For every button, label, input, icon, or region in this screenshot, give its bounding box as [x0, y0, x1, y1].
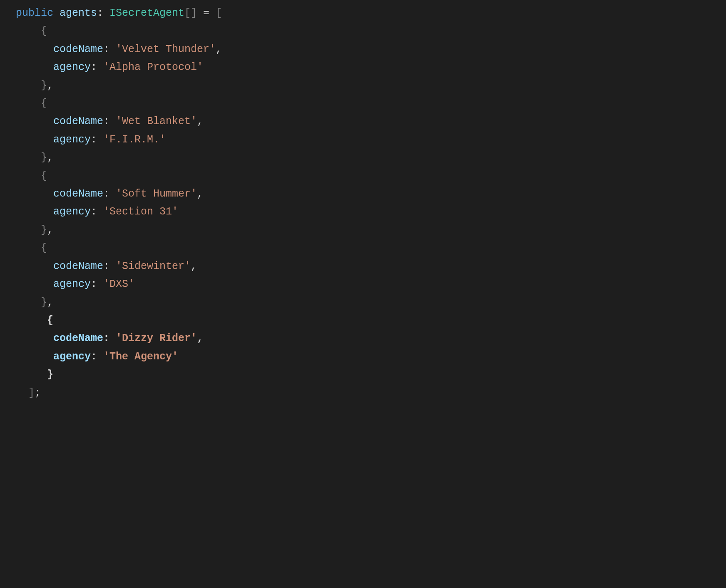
string-value: 'Alpha Protocol' — [103, 61, 203, 73]
string-value: 'DXS' — [103, 278, 134, 290]
prop-codename: codeName — [53, 43, 103, 55]
prop-codename: codeName — [53, 260, 103, 272]
prop-agency: agency — [53, 61, 91, 73]
brace-open: { — [41, 97, 47, 110]
prop-codename: codeName — [53, 188, 103, 200]
string-value: 'Soft Hummer' — [116, 188, 197, 200]
prop-agency: agency — [53, 134, 91, 146]
string-value: 'Sidewinter' — [116, 260, 191, 272]
brace-close: } — [41, 224, 47, 236]
prop-agency: agency — [53, 278, 91, 290]
type-isecretagent: ISecretAgent — [109, 7, 184, 19]
brace-open: { — [47, 314, 53, 326]
prop-agency: agency — [53, 206, 91, 218]
string-value: 'Wet Blanket' — [116, 115, 197, 127]
brace-close: } — [41, 152, 47, 164]
prop-codename: codeName — [53, 115, 103, 127]
string-value: 'Section 31' — [103, 206, 178, 218]
string-value: 'Velvet Thunder' — [116, 43, 216, 55]
string-value: 'F.I.R.M.' — [103, 134, 166, 146]
brace-open: { — [41, 25, 47, 37]
code-block: public agents: ISecretAgent[] = [ { code… — [0, 0, 726, 402]
prop-codename: codeName — [53, 332, 103, 344]
string-value: 'Dizzy Rider' — [116, 332, 197, 344]
brace-close: } — [41, 80, 47, 92]
brace-close: } — [47, 369, 53, 381]
brace-open: { — [41, 242, 47, 254]
identifier-agents: agents — [60, 7, 97, 19]
keyword-public: public — [16, 7, 53, 19]
brace-close: } — [41, 296, 47, 309]
brace-open: { — [41, 170, 47, 182]
prop-agency: agency — [53, 351, 91, 363]
string-value: 'The Agency' — [103, 351, 178, 363]
